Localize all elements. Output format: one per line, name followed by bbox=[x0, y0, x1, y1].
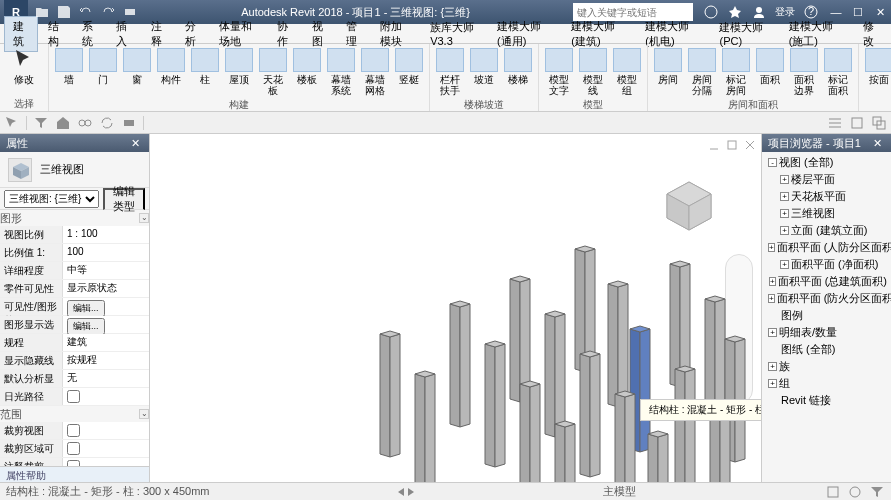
prop-value-input[interactable] bbox=[67, 283, 145, 294]
open-icon[interactable] bbox=[34, 4, 50, 20]
tree-item[interactable]: 图纸 (全部) bbox=[764, 341, 889, 358]
ribbon-btn-面积[interactable]: 面积 bbox=[754, 46, 786, 87]
ribbon-btn-模型组[interactable]: 模型组 bbox=[611, 46, 643, 98]
prop-value-input[interactable] bbox=[67, 337, 145, 348]
scroll-left-icon[interactable] bbox=[398, 488, 404, 496]
prop-value-input[interactable] bbox=[67, 355, 145, 366]
edit-button[interactable]: 编辑... bbox=[67, 318, 105, 335]
tree-item[interactable]: +组 bbox=[764, 375, 889, 392]
thin-lines-icon[interactable] bbox=[827, 115, 843, 131]
scroll-right-icon[interactable] bbox=[408, 488, 414, 496]
undo-icon[interactable] bbox=[78, 4, 94, 20]
sync-icon[interactable] bbox=[99, 115, 115, 131]
ribbon-btn-模型文字[interactable]: 模型文字 bbox=[543, 46, 575, 98]
prop-value-input[interactable] bbox=[67, 246, 145, 257]
tree-item[interactable]: +面积平面 (防火分区面积) bbox=[764, 290, 889, 307]
ribbon-btn-坡道[interactable]: 坡道 bbox=[468, 46, 500, 87]
tree-toggle-icon[interactable]: + bbox=[780, 209, 789, 218]
ribbon-btn-楼板[interactable]: 楼板 bbox=[291, 46, 323, 87]
structural-column[interactable] bbox=[648, 431, 668, 482]
structural-column[interactable] bbox=[520, 381, 540, 482]
tree-item[interactable]: +天花板平面 bbox=[764, 188, 889, 205]
ribbon-btn-窗[interactable]: 窗 bbox=[121, 46, 153, 87]
expander-icon[interactable]: ⌄ bbox=[139, 213, 149, 223]
prop-value-input[interactable] bbox=[67, 265, 145, 276]
select-pinned-icon[interactable] bbox=[847, 484, 863, 500]
prop-value-input[interactable] bbox=[67, 228, 145, 239]
ribbon-btn-竖梃[interactable]: 竖梃 bbox=[393, 46, 425, 87]
tree-item[interactable]: +明细表/数量 bbox=[764, 324, 889, 341]
home-icon[interactable] bbox=[55, 115, 71, 131]
tree-toggle-icon[interactable]: + bbox=[768, 379, 777, 388]
modify-button[interactable]: 修改 bbox=[4, 46, 44, 87]
tree-item[interactable]: 图例 bbox=[764, 307, 889, 324]
ribbon-btn-房间分隔[interactable]: 房间分隔 bbox=[686, 46, 718, 98]
tree-toggle-icon[interactable]: - bbox=[768, 158, 777, 167]
type-selector[interactable]: 三维视图: {三维} bbox=[4, 190, 99, 208]
redo-icon[interactable] bbox=[100, 4, 116, 20]
ribbon-btn-天花板[interactable]: 天花板 bbox=[257, 46, 289, 98]
prop-checkbox[interactable] bbox=[67, 390, 80, 403]
ribbon-btn-门[interactable]: 门 bbox=[87, 46, 119, 87]
tree-toggle-icon[interactable]: + bbox=[780, 260, 789, 269]
structural-column[interactable] bbox=[545, 311, 565, 437]
expander-icon[interactable]: ⌄ bbox=[139, 409, 149, 419]
structural-column[interactable] bbox=[608, 281, 628, 407]
edit-button[interactable]: 编辑... bbox=[67, 300, 105, 317]
ribbon-btn-栏杆扶手[interactable]: 栏杆扶手 bbox=[434, 46, 466, 98]
tree-item[interactable]: -视图 (全部) bbox=[764, 154, 889, 171]
ribbon-btn-面积边界[interactable]: 面积边界 bbox=[788, 46, 820, 98]
edit-type-button[interactable]: 编辑类型 bbox=[103, 188, 145, 210]
ribbon-btn-构件[interactable]: 构件 bbox=[155, 46, 187, 87]
properties-help-link[interactable]: 属性帮助 bbox=[0, 466, 149, 482]
tree-item[interactable]: +族 bbox=[764, 358, 889, 375]
tree-toggle-icon[interactable]: + bbox=[769, 277, 776, 286]
ribbon-btn-标记房间[interactable]: 标记房间 bbox=[720, 46, 752, 98]
structural-column[interactable] bbox=[615, 391, 635, 482]
view-canvas[interactable]: 结构柱 : 混凝土 - 矩形 - 柱 : 300 x 450mm bbox=[150, 134, 761, 482]
close-icon[interactable]: ✕ bbox=[131, 137, 143, 149]
tree-toggle-icon[interactable]: + bbox=[780, 226, 789, 235]
tree-item[interactable]: +三维视图 bbox=[764, 205, 889, 222]
structural-column[interactable] bbox=[415, 371, 435, 482]
ribbon-btn-墙[interactable]: 墙 bbox=[53, 46, 85, 87]
structural-column[interactable] bbox=[675, 366, 695, 482]
print-icon[interactable] bbox=[122, 4, 138, 20]
ribbon-btn-房间[interactable]: 房间 bbox=[652, 46, 684, 87]
tree-item[interactable]: +立面 (建筑立面) bbox=[764, 222, 889, 239]
close-hidden-icon[interactable] bbox=[849, 115, 865, 131]
tree-item[interactable]: Revit 链接 bbox=[764, 392, 889, 409]
ribbon-btn-幕墙网格[interactable]: 幕墙网格 bbox=[359, 46, 391, 98]
tree-item[interactable]: +面积平面 (总建筑面积) bbox=[764, 273, 889, 290]
switch-windows-icon[interactable] bbox=[871, 115, 887, 131]
filter-icon[interactable] bbox=[33, 115, 49, 131]
tree-toggle-icon[interactable]: + bbox=[768, 294, 775, 303]
prop-value-input[interactable] bbox=[67, 373, 145, 384]
structural-column[interactable] bbox=[485, 341, 505, 467]
select-links-icon[interactable] bbox=[825, 484, 841, 500]
prop-checkbox[interactable] bbox=[67, 442, 80, 455]
ribbon-btn-按面[interactable]: 按面 bbox=[863, 46, 891, 87]
tree-item[interactable]: +楼层平面 bbox=[764, 171, 889, 188]
tree-toggle-icon[interactable]: + bbox=[768, 362, 777, 371]
tree-toggle-icon[interactable]: + bbox=[768, 328, 777, 337]
ribbon-btn-模型线[interactable]: 模型线 bbox=[577, 46, 609, 98]
ribbon-btn-屋顶[interactable]: 屋顶 bbox=[223, 46, 255, 87]
prop-checkbox[interactable] bbox=[67, 424, 80, 437]
ribbon-btn-幕墙系统[interactable]: 幕墙系统 bbox=[325, 46, 357, 98]
ribbon-btn-标记面积[interactable]: 标记面积 bbox=[822, 46, 854, 98]
tree-item[interactable]: +面积平面 (净面积) bbox=[764, 256, 889, 273]
ribbon-btn-楼梯[interactable]: 楼梯 bbox=[502, 46, 534, 87]
save-icon[interactable] bbox=[56, 4, 72, 20]
tree-toggle-icon[interactable]: + bbox=[780, 192, 789, 201]
tree-toggle-icon[interactable]: + bbox=[768, 243, 775, 252]
tree-item[interactable]: +面积平面 (人防分区面积) bbox=[764, 239, 889, 256]
filter-status-icon[interactable] bbox=[869, 484, 885, 500]
print-icon[interactable] bbox=[121, 115, 137, 131]
tree-toggle-icon[interactable]: + bbox=[780, 175, 789, 184]
statusbar-workset[interactable]: 主模型 bbox=[603, 484, 636, 499]
structural-column[interactable] bbox=[555, 421, 575, 482]
chain-icon[interactable] bbox=[77, 115, 93, 131]
modify-icon[interactable] bbox=[4, 115, 20, 131]
structural-column[interactable] bbox=[380, 331, 400, 457]
